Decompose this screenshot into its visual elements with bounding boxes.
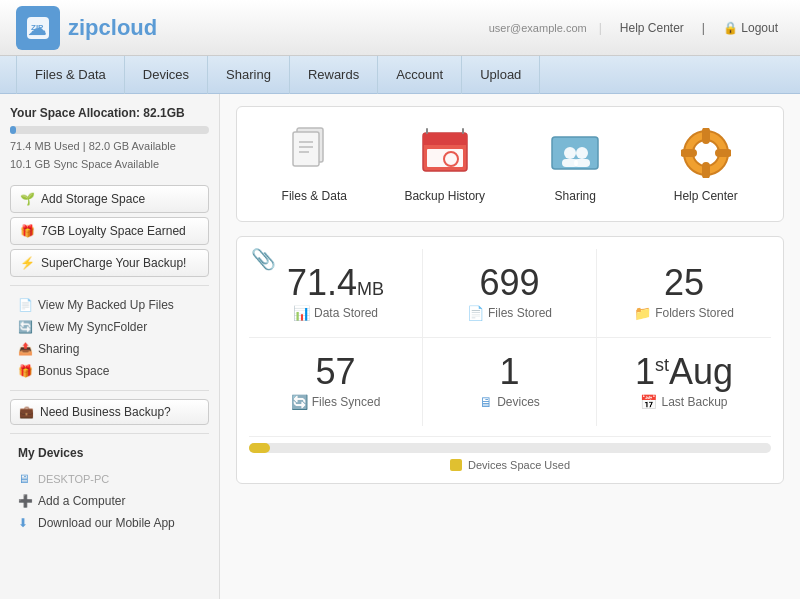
sharing-link[interactable]: 📤 Sharing [10,338,209,360]
storage-bar [249,443,771,453]
quick-link-backup-history[interactable]: Backup History [384,119,507,209]
svg-rect-19 [574,159,590,167]
sidebar-divider-3 [10,433,209,434]
bonus-space-link[interactable]: 🎁 Bonus Space [10,360,209,382]
stats-grid: 71.4MB 📊 Data Stored 699 📄 Files Stored [249,249,771,426]
devices-label: Devices [497,395,540,409]
stat-last-backup: 1stAug 📅 Last Backup [597,338,771,426]
logo-icon: ☁ ZIP [16,6,60,50]
nav-account[interactable]: Account [378,56,462,94]
logout-link[interactable]: 🔒 Logout [717,19,784,37]
nav-sharing[interactable]: Sharing [208,56,290,94]
space-details: 71.4 MB Used | 82.0 GB Available 10.1 GB… [10,138,209,173]
files-stored-icon: 📄 [467,305,484,321]
loyalty-space-btn[interactable]: 🎁 7GB Loyalty Space Earned [10,217,209,245]
sharing-icon [547,125,603,181]
sidebar-divider [10,285,209,286]
files-stored-label: Files Stored [488,306,552,320]
help-center-link[interactable]: Help Center [614,19,690,37]
device-name: DESKTOP-PC [38,473,109,485]
header: ☁ ZIP zipcloud user@example.com | Help C… [0,0,800,56]
my-device-item[interactable]: 🖥 DESKTOP-PC [10,468,209,490]
help-center-icon [678,125,734,181]
folders-stored-value: 25 [664,265,704,301]
files-synced-icon: 🔄 [291,394,308,410]
svg-text:ZIP: ZIP [31,23,44,32]
sync-folder-icon: 🔄 [18,320,32,334]
mobile-app-link[interactable]: ⬇ Download our Mobile App [10,512,209,534]
space-title: Your Space Allocation: 82.1GB [10,106,209,120]
share-icon: 📤 [18,342,32,356]
storage-bar-label: Devices Space Used [249,459,771,471]
nav: Files & Data Devices Sharing Rewards Acc… [0,56,800,94]
stat-folders-stored: 25 📁 Folders Stored [597,249,771,338]
nav-upload[interactable]: Upload [462,56,540,94]
user-email: user@example.com [489,22,587,34]
paperclip-icon: 📎 [251,247,276,271]
devices-value: 1 [499,354,519,390]
add-storage-icon: 🌱 [19,191,35,207]
data-stored-value: 71.4MB [287,265,384,301]
bonus-icon: 🎁 [18,364,32,378]
quick-link-help-label: Help Center [674,189,738,203]
storage-bar-fill [249,443,270,453]
lock-icon: 🔒 [723,21,738,35]
header-right: user@example.com | Help Center | 🔒 Logou… [489,19,784,37]
quick-link-help-center[interactable]: Help Center [645,119,768,209]
mobile-app-icon: ⬇ [18,516,32,530]
stat-files-stored: 699 📄 Files Stored [423,249,597,338]
quick-link-files-data[interactable]: Files & Data [253,119,376,209]
last-backup-value: 1stAug [635,354,733,390]
view-backed-files-link[interactable]: 📄 View My Backed Up Files [10,294,209,316]
sidebar-divider-2 [10,390,209,391]
folders-stored-icon: 📁 [634,305,651,321]
nav-rewards[interactable]: Rewards [290,56,378,94]
gift-icon: 🎁 [19,223,35,239]
logo-zip: zip [68,15,99,40]
backup-history-icon [417,125,473,181]
files-data-icon [286,125,342,181]
main: Your Space Allocation: 82.1GB 71.4 MB Us… [0,94,800,599]
data-stored-icon: 📊 [293,305,310,321]
devices-stat-icon: 🖥 [479,394,493,410]
need-business: 💼 Need Business Backup? [10,399,209,425]
svg-point-18 [576,147,588,159]
files-stored-value: 699 [479,265,539,301]
briefcase-icon: 💼 [19,405,34,419]
files-synced-label: Files Synced [312,395,381,409]
folders-stored-label: Folders Stored [655,306,734,320]
logo-cloud: cloud [99,15,158,40]
space-progress-bar [10,126,209,134]
storage-bar-text: Devices Space Used [468,459,570,471]
data-stored-label: Data Stored [314,306,378,320]
nav-files-data[interactable]: Files & Data [16,56,125,94]
content: Files & Data Backup History [220,94,800,599]
quick-links: Files & Data Backup History [236,106,784,222]
space-allocation: Your Space Allocation: 82.1GB 71.4 MB Us… [10,106,209,173]
quick-link-sharing-label: Sharing [555,189,596,203]
sidebar: Your Space Allocation: 82.1GB 71.4 MB Us… [0,94,220,599]
logo-area: ☁ ZIP zipcloud [16,6,157,50]
stats-container: 📎 71.4MB 📊 Data Stored 699 📄 [236,236,784,484]
view-syncfolder-link[interactable]: 🔄 View My SyncFolder [10,316,209,338]
supercharge-btn[interactable]: ⚡ SuperCharge Your Backup! [10,249,209,277]
add-computer-icon: ➕ [18,494,32,508]
doc-icon: 📄 [18,298,32,312]
stat-files-synced: 57 🔄 Files Synced [249,338,423,426]
quick-link-sharing[interactable]: Sharing [514,119,637,209]
add-computer-link[interactable]: ➕ Add a Computer [10,490,209,512]
stat-devices: 1 🖥 Devices [423,338,597,426]
add-storage-btn[interactable]: 🌱 Add Storage Space [10,185,209,213]
storage-bar-section: Devices Space Used [249,436,771,471]
quick-link-backup-label: Backup History [404,189,485,203]
last-backup-label: Last Backup [661,395,727,409]
svg-rect-4 [293,132,319,166]
svg-point-16 [564,147,576,159]
nav-devices[interactable]: Devices [125,56,208,94]
storage-legend-box [450,459,462,471]
space-progress-fill [10,126,16,134]
need-business-btn[interactable]: 💼 Need Business Backup? [10,399,209,425]
logo-text: zipcloud [68,15,157,41]
quick-link-files-label: Files & Data [282,189,347,203]
svg-rect-10 [423,141,467,145]
